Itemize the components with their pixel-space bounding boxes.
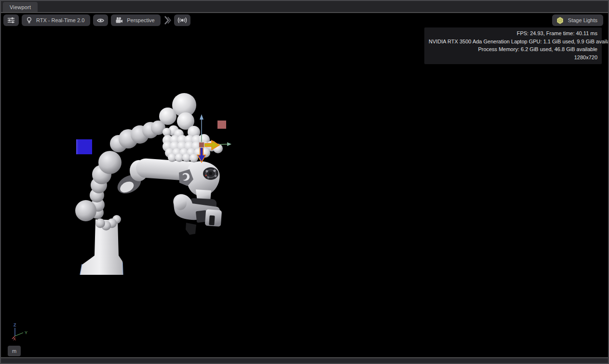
chevron-right-icon <box>163 15 171 26</box>
sliders-icon <box>7 16 15 24</box>
axis-y-label: Y <box>25 330 27 335</box>
robot-arm[interactable] <box>75 93 223 275</box>
pink-cube[interactable] <box>217 121 226 129</box>
window-bottom-strip <box>1 357 608 363</box>
axis-x-label: X <box>13 337 16 341</box>
stage-lights-label: Stage Lights <box>568 17 597 23</box>
viewport-canvas[interactable]: RTX - Real-Time 2.0 Perspective <box>1 13 608 357</box>
camera-icon <box>115 16 123 24</box>
visibility-button[interactable] <box>93 14 108 26</box>
render-engine-button[interactable]: RTX - Real-Time 2.0 <box>22 14 90 26</box>
gizmo-y-axis-arrow <box>227 142 231 146</box>
camera-label: Perspective <box>127 17 154 23</box>
titlebar: Viewport <box>1 1 608 12</box>
viewport-toolbar: RTX - Real-Time 2.0 Perspective <box>3 14 190 26</box>
axis-z-label: Z <box>14 323 16 327</box>
stats-fps: FPS: 24.93, Frame time: 40.11 ms <box>429 29 597 38</box>
lightbulb-icon <box>26 16 33 24</box>
stats-gpu: NVIDIA RTX 3500 Ada Generation Laptop GP… <box>429 38 597 46</box>
eye-icon <box>96 17 105 24</box>
collision-spheres-head <box>159 93 200 139</box>
render-engine-label: RTX - Real-Time 2.0 <box>36 17 84 23</box>
stats-resolution: 1280x720 <box>429 54 597 62</box>
capture-button[interactable] <box>174 14 190 26</box>
viewport-tab[interactable]: Viewport <box>3 2 38 12</box>
axis-orientation-widget: Z Y X <box>7 323 32 345</box>
omniverse-viewport-window: Viewport <box>0 0 609 364</box>
gizmo-center-handle <box>199 142 204 148</box>
toolbar-expand-chevron[interactable] <box>163 15 171 26</box>
viewport-tab-label: Viewport <box>10 4 31 10</box>
stats-overlay: FPS: 24.93, Frame time: 40.11 ms NVIDIA … <box>424 27 602 64</box>
stage-lights-button[interactable]: Stage Lights <box>552 14 603 26</box>
robot-gripper <box>173 161 222 235</box>
gizmo-z-axis-arrow <box>200 114 203 120</box>
stats-memory: Process Memory: 6.2 GiB used, 46.8 GiB a… <box>429 45 597 54</box>
unit-button[interactable]: m <box>8 346 21 356</box>
stage-light-icon <box>556 16 564 25</box>
viewport-options-button[interactable] <box>3 14 19 26</box>
camera-selector-button[interactable]: Perspective <box>111 14 160 26</box>
unit-label: m <box>12 348 16 354</box>
live-capture-icon <box>177 16 187 24</box>
blue-cube[interactable] <box>76 139 92 154</box>
scene-render <box>1 13 608 357</box>
